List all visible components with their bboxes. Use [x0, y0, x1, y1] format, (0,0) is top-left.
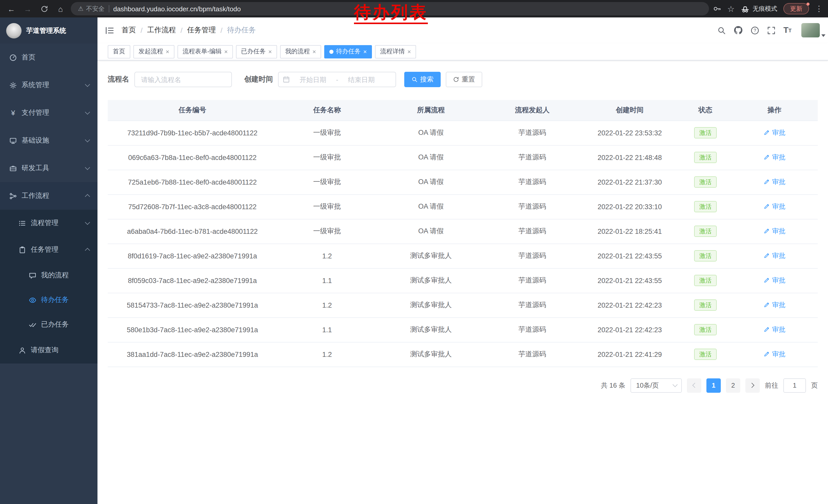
sidebar-item-home[interactable]: 首页: [0, 44, 97, 71]
approve-link[interactable]: 审批: [763, 325, 785, 334]
breadcrumb-item[interactable]: 工作流程: [147, 26, 176, 35]
sidebar-item-done-tasks[interactable]: 已办任务: [0, 312, 97, 337]
breadcrumb-item[interactable]: 任务管理: [187, 26, 216, 35]
created-time-cell: 2022-01-22 21:37:30: [580, 170, 680, 194]
sidebar-item-workflow[interactable]: 工作流程: [0, 182, 97, 210]
task-name-cell: 一级审批: [277, 170, 377, 194]
reset-button[interactable]: 重置: [446, 72, 482, 87]
date-range-picker[interactable]: -: [278, 72, 396, 87]
created-time-cell: 2022-01-21 22:41:29: [580, 342, 680, 367]
browser-back-icon[interactable]: ←: [5, 3, 17, 15]
sidebar-item-infra[interactable]: 基础设施: [0, 127, 97, 154]
eye-icon: [29, 296, 36, 304]
search-button-label: 搜索: [420, 75, 433, 84]
approve-link[interactable]: 审批: [763, 153, 785, 162]
user-avatar[interactable]: [801, 23, 820, 37]
sidebar-fold-icon[interactable]: [105, 26, 114, 35]
sidebar-item-process-mgmt[interactable]: 流程管理: [0, 210, 97, 236]
created-time-cell: 2022-01-22 23:53:32: [580, 121, 680, 145]
browser-home-icon[interactable]: ⌂: [54, 3, 67, 15]
tab-todo-tasks[interactable]: 待办任务 ×: [324, 45, 372, 58]
browser-refresh-icon[interactable]: [38, 3, 50, 15]
sidebar-item-payment[interactable]: ¥ 支付管理: [0, 99, 97, 127]
sidebar-item-my-process[interactable]: 我的流程: [0, 263, 97, 288]
goto-page-input[interactable]: [783, 378, 806, 393]
logo-bar[interactable]: 芋道管理系统: [0, 17, 97, 44]
close-icon[interactable]: ×: [313, 48, 316, 55]
update-button[interactable]: 更新: [783, 3, 809, 14]
browser-forward-icon[interactable]: →: [22, 3, 34, 15]
svg-text:?: ?: [754, 28, 756, 33]
approve-link[interactable]: 审批: [763, 128, 785, 137]
created-time-cell: 2022-01-21 22:43:55: [580, 268, 680, 293]
end-date-input[interactable]: [340, 76, 382, 83]
column-header: 操作: [731, 100, 818, 121]
tab-my-process[interactable]: 我的流程 ×: [280, 45, 321, 58]
process-name-input[interactable]: [134, 72, 232, 87]
page-button-2[interactable]: 2: [726, 378, 740, 393]
approve-link-label: 审批: [772, 202, 785, 211]
tab-start-process[interactable]: 发起流程 ×: [133, 45, 174, 58]
gear-icon: [9, 81, 17, 89]
tab-done-tasks[interactable]: 已办任务 ×: [236, 45, 277, 58]
action-cell: 审批: [731, 268, 818, 293]
sidebar-item-todo-tasks[interactable]: 待办任务: [0, 288, 97, 312]
date-separator: -: [336, 76, 338, 83]
approve-link[interactable]: 审批: [763, 301, 785, 310]
sidebar-item-leave-query[interactable]: 请假查询: [0, 337, 97, 364]
approve-link[interactable]: 审批: [763, 251, 785, 261]
status-cell: 激活: [680, 121, 731, 145]
approve-link[interactable]: 审批: [763, 227, 785, 236]
chevron-down-icon: [672, 382, 678, 387]
next-page-button[interactable]: [745, 378, 760, 393]
edit-pencil-icon: [763, 130, 770, 136]
browser-menu-icon[interactable]: ⋮: [815, 4, 823, 13]
bookmark-star-icon[interactable]: ☆: [727, 4, 735, 13]
font-size-icon[interactable]: TT: [783, 26, 792, 35]
sidebar-item-system[interactable]: 系统管理: [0, 71, 97, 99]
close-icon[interactable]: ×: [407, 48, 411, 55]
approve-link[interactable]: 审批: [763, 350, 785, 359]
key-icon[interactable]: [713, 5, 721, 13]
tab-label: 已办任务: [241, 47, 266, 56]
breadcrumb-item-current: 待办任务: [227, 26, 256, 35]
approve-link[interactable]: 审批: [763, 177, 785, 187]
breadcrumb-separator: /: [140, 26, 142, 34]
task-id-cell: 58154733-7ac8-11ec-a9e2-a2380e71991a: [108, 293, 277, 317]
tab-process-detail[interactable]: 流程详情 ×: [375, 45, 416, 58]
search-icon[interactable]: [717, 26, 726, 35]
search-button[interactable]: 搜索: [404, 72, 441, 87]
tab-home[interactable]: 首页: [108, 45, 130, 58]
fullscreen-icon[interactable]: [767, 26, 776, 35]
close-icon[interactable]: ×: [268, 48, 272, 55]
github-icon[interactable]: [734, 26, 743, 35]
security-chip[interactable]: ⚠ 不安全: [78, 4, 105, 13]
close-icon[interactable]: ×: [224, 48, 228, 55]
created-time-cell: 2022-01-22 20:33:10: [580, 194, 680, 219]
prev-page-button[interactable]: [687, 378, 701, 393]
table-row: a6aba0a4-7b6d-11ec-b781-acde48001122 一级审…: [108, 219, 818, 243]
approve-link[interactable]: 审批: [763, 276, 785, 285]
start-date-input[interactable]: [292, 76, 334, 83]
sidebar-item-label: 已办任务: [41, 320, 69, 329]
sidebar-item-task-mgmt[interactable]: 任务管理: [0, 236, 97, 263]
page-button-1[interactable]: 1: [706, 378, 721, 393]
approve-link-label: 审批: [772, 177, 785, 187]
filter-bar: 流程名 创建时间 - 搜索 重置: [108, 72, 818, 87]
tab-form-edit[interactable]: 流程表单-编辑 ×: [177, 45, 233, 58]
refresh-icon: [40, 5, 48, 12]
close-icon[interactable]: ×: [166, 48, 169, 55]
edit-pencil-icon: [763, 203, 770, 210]
close-icon[interactable]: ×: [363, 48, 367, 55]
help-icon[interactable]: ?: [750, 26, 759, 35]
approve-link[interactable]: 审批: [763, 202, 785, 211]
status-cell: 激活: [680, 293, 731, 317]
page-size-select[interactable]: 10条/页: [630, 378, 682, 393]
process-cell: OA 请假: [377, 194, 485, 219]
initiator-cell: 芋道源码: [485, 145, 580, 170]
status-cell: 激活: [680, 170, 731, 194]
sidebar-item-devtools[interactable]: 研发工具: [0, 154, 97, 182]
url-text: dashboard.yudao.iocoder.cn/bpm/task/todo: [113, 5, 241, 12]
breadcrumb-item[interactable]: 首页: [122, 26, 136, 35]
toolbox-icon: [9, 164, 17, 172]
